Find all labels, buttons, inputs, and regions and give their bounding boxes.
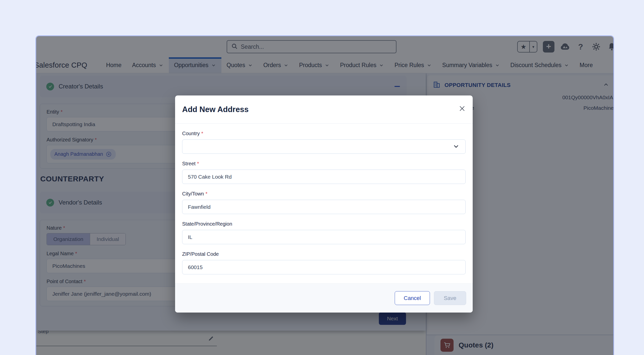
chevron-down-icon (452, 142, 460, 151)
modal-header: Add New Address (175, 95, 473, 124)
zip-field[interactable] (182, 260, 466, 274)
required-mark: * (206, 191, 208, 196)
state-label: State/Province/Region (182, 221, 466, 227)
cancel-button[interactable]: Cancel (395, 291, 430, 305)
save-button[interactable]: Save (434, 291, 466, 305)
required-mark: * (201, 131, 203, 136)
add-address-modal: Add New Address Country* (175, 95, 473, 313)
country-label: Country* (182, 131, 466, 136)
street-label: Street* (182, 161, 466, 167)
country-select[interactable] (182, 139, 466, 154)
street-field[interactable] (182, 170, 466, 184)
state-field[interactable] (182, 230, 466, 244)
city-field[interactable] (182, 200, 466, 214)
required-mark: * (197, 161, 199, 166)
city-label: City/Town* (182, 191, 466, 197)
zip-label: ZIP/Postal Code (182, 251, 466, 257)
modal-title: Add New Address (182, 105, 249, 114)
modal-footer: Cancel Save (175, 283, 473, 313)
modal-body: Country* Street* City/Town* (175, 124, 473, 283)
app-window: ★ ▾ + ? (35, 35, 614, 355)
close-icon[interactable] (458, 105, 466, 113)
